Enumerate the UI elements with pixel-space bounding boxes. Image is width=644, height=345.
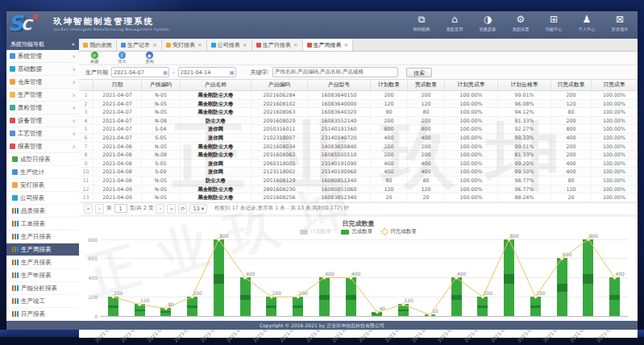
table-row[interactable]: 52021-04-07S-04迷你网2050316011251401915608…	[79, 125, 638, 134]
row-number-cell: 6	[79, 134, 93, 142]
page-number-input[interactable]	[114, 204, 127, 213]
sidebar-item-label: 品质报表	[21, 205, 45, 217]
table-row[interactable]: 22021-04-07N-05黑金刚防尘大卷202160810216083640…	[79, 100, 638, 109]
sidebar-group-4[interactable]: 生产管理∨	[6, 89, 79, 102]
table-cell: N-05	[142, 108, 181, 116]
table-row[interactable]: 102021-04-08S-09迷你网212311800225140190960…	[79, 168, 638, 177]
settings-action[interactable]: ⚙系统设置	[508, 14, 534, 32]
report-icon	[12, 182, 18, 188]
sidebar-item-13[interactable]: 日产报表	[6, 308, 79, 321]
chevron-down-icon: ▾	[202, 206, 204, 212]
table-cell: 800	[371, 125, 408, 133]
date-range-separator: -	[172, 69, 175, 76]
table-row[interactable]: 62021-04-07S-05迷你网2102318007231401407204…	[79, 134, 638, 143]
sidebar-group-3[interactable]: 仓库管理∨	[6, 76, 79, 89]
sidebar-item-5[interactable]: 品质报表	[6, 205, 79, 218]
toolbar: ⟳刷新⇑导出◉查询	[79, 52, 638, 65]
refresh-button[interactable]: ⟳刷新	[85, 52, 103, 64]
refresh-table-button[interactable]: ⟳	[178, 204, 187, 214]
sidebar-menu: 系统管理∨基础数据∨仓库管理∨生产管理∨质检管理∨设备管理∨工艺管理∨报表管理∧…	[6, 50, 79, 321]
logout-action[interactable]: ⊠安全退出	[607, 14, 633, 32]
next-page-button[interactable]: ›	[156, 204, 164, 214]
export-button[interactable]: ⇑导出	[113, 52, 131, 64]
tab-3[interactable]: 安灯报表×	[162, 39, 207, 51]
table-cell: 2021608034	[251, 143, 308, 151]
table-row[interactable]: 42021-04-07N-08防尘大卷209160802916083552140…	[79, 117, 638, 126]
page-size-select[interactable]: 13 ▾	[189, 204, 207, 214]
sidebar-item-7[interactable]: 生产日报表	[6, 231, 79, 243]
legend-item[interactable]: 计划数量	[300, 228, 331, 235]
sidebar-group-6[interactable]: 设备管理∨	[6, 114, 79, 127]
tab-4[interactable]: 公司报表×	[207, 39, 252, 51]
table-cell: 98.77%	[498, 177, 551, 185]
close-icon[interactable]: ×	[152, 39, 157, 51]
prev-page-button[interactable]: ‹	[95, 204, 104, 214]
first-page-button[interactable]: «	[84, 204, 93, 214]
sidebar-group-7[interactable]: 工艺管理∨	[6, 127, 79, 140]
sidebar-item-11[interactable]: 产能分析报表	[6, 282, 79, 295]
sidebar-item-1[interactable]: 成型日报表	[6, 153, 79, 166]
sidebar-item-9[interactable]: 生产月报表	[6, 256, 79, 269]
table-row[interactable]: 72021-04-08N-05黑金刚防尘大卷202160803414083650…	[79, 143, 638, 152]
sidebar-item-12[interactable]: 生产竣工	[6, 295, 79, 308]
sidebar-item-8[interactable]: 生产周报表	[6, 243, 79, 256]
org-structure-action[interactable]: ⧉组织机构	[409, 14, 434, 32]
sidebar-item-10[interactable]: 生产年报表	[6, 269, 79, 282]
apps-action[interactable]: ⊞功能中心	[541, 14, 567, 32]
home-action[interactable]: ⌂系统首页	[442, 14, 467, 32]
chevron-down-icon: ∨	[73, 63, 76, 75]
table-cell: 100.00%	[445, 168, 498, 176]
table-header-row: 日期产线编码产品名称产品编码产品型号计划数量完成数量计划完成率计划合格率日完成数…	[79, 80, 638, 91]
table-cell: 16083640000	[308, 100, 371, 108]
table-cell: 16083552140	[308, 117, 371, 125]
sidebar-item-2[interactable]: 生产统计	[6, 166, 79, 179]
table-row[interactable]: 122021-04-09N-05黑金刚防尘大卷28916082301608085…	[79, 185, 638, 194]
close-icon[interactable]: ×	[197, 39, 202, 51]
table-cell: 200	[408, 151, 445, 159]
profile-action[interactable]: ♟个人中心	[574, 14, 600, 32]
sidebar-group-8[interactable]: 报表管理∧	[6, 140, 79, 153]
table-cell: 99.20%	[498, 160, 551, 168]
search-button[interactable]: 搜索	[406, 68, 432, 77]
tab-2[interactable]: 生产记录×	[117, 39, 162, 51]
sidebar-item-6[interactable]: 工单报表	[6, 218, 79, 231]
sidebar-group-5[interactable]: 质检管理∨	[6, 102, 79, 114]
sidebar-group-label: 系统管理	[18, 50, 73, 62]
tab-label: 公司报表	[218, 39, 240, 51]
tab-6[interactable]: 生产周报表×	[303, 39, 354, 51]
table-row[interactable]: 12021-04-07N-05黑金刚防尘大卷202160628416083640…	[79, 91, 638, 100]
skin-action[interactable]: ◑切换皮肤	[475, 14, 501, 32]
date-to-input[interactable]	[178, 67, 236, 77]
query-button[interactable]: ◉查询	[140, 52, 158, 64]
report-icon	[12, 169, 18, 175]
table-header-cell: 产线编码	[142, 80, 181, 90]
keyword-input[interactable]	[272, 67, 398, 77]
sidebar-collapse-icon[interactable]: »	[72, 39, 75, 50]
table-row[interactable]: 92021-04-08S-05迷你网2060318005231401910904…	[79, 160, 638, 168]
table-row[interactable]: 132021-04-09N-05黑金刚防尘大卷20216082561608385…	[79, 193, 638, 202]
close-icon[interactable]: ×	[243, 39, 247, 51]
legend-item[interactable]: 日完成数量	[382, 228, 417, 235]
tab-1[interactable]: 我的桌面	[79, 39, 117, 51]
legend-item[interactable]: 完成数量	[341, 228, 372, 235]
close-icon[interactable]: ×	[344, 39, 349, 51]
table-row[interactable]: 82021-04-08N-08黑金刚防尘大卷203160806216065505…	[79, 151, 638, 160]
table-cell: 2021606284	[251, 91, 308, 99]
date-from-input[interactable]	[111, 67, 169, 77]
chart-bar	[504, 239, 514, 316]
last-page-button[interactable]: »	[167, 204, 176, 214]
tab-5[interactable]: 生产日报表×	[252, 39, 303, 51]
toolbar-button-label: 导出	[118, 59, 126, 64]
sidebar-group-2[interactable]: 基础数据∨	[6, 63, 79, 76]
gridline	[100, 239, 628, 240]
sidebar-item-4[interactable]: 公司报表	[6, 192, 79, 205]
bar-chart-icon	[12, 247, 19, 252]
table-row[interactable]: 112021-04-08N-05防尘大卷20516081291608085134…	[79, 177, 638, 185]
sidebar-group-1[interactable]: 系统管理∨	[6, 50, 79, 63]
table-cell: 100.00%	[592, 177, 638, 185]
report-icon	[12, 195, 18, 201]
close-icon[interactable]: ×	[293, 39, 298, 51]
table-row[interactable]: 32021-04-07N-05黑金刚防尘大卷202160806316083640…	[79, 108, 638, 117]
footer-copyright: Copyright © 2016-2021 by 正业玖坤信息科技有限公司	[6, 321, 638, 330]
sidebar-item-3[interactable]: 安灯报表	[6, 179, 79, 192]
